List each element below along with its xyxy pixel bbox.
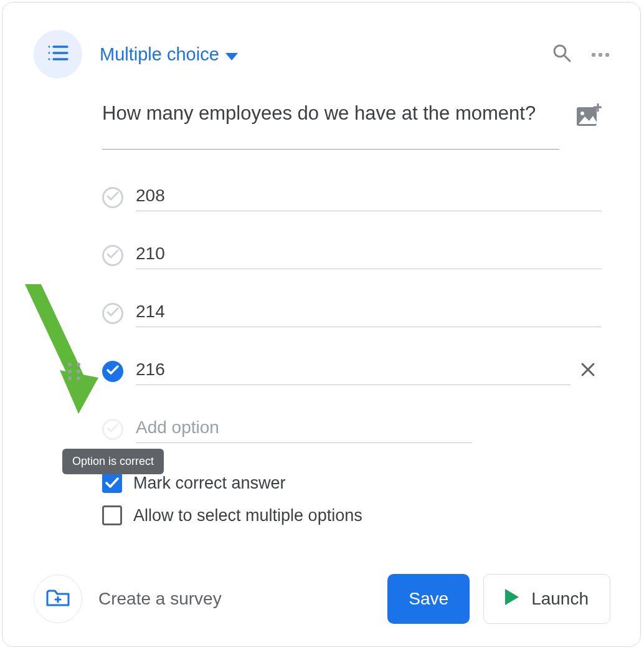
option-correct-toggle[interactable] [102, 361, 123, 382]
check-outline-icon [107, 249, 119, 262]
svg-point-10 [605, 53, 609, 57]
close-icon [580, 368, 595, 379]
header: Multiple choice [2, 2, 640, 79]
checkbox-allow-multiple[interactable] [102, 505, 122, 525]
chevron-down-icon [225, 44, 238, 65]
list-icon [47, 45, 69, 64]
save-button[interactable]: Save [387, 574, 470, 624]
question-row: How many employees do we have at the mom… [102, 101, 602, 150]
create-survey-button[interactable] [34, 575, 82, 623]
svg-point-8 [592, 53, 595, 57]
add-option-row[interactable]: Add option [102, 415, 602, 443]
svg-line-7 [564, 55, 570, 61]
question-type-dropdown[interactable]: Multiple choice [100, 44, 238, 65]
setting-label: Mark correct answer [133, 474, 286, 493]
drag-grid-icon [67, 372, 81, 383]
more-button[interactable] [587, 41, 614, 68]
svg-point-21 [68, 376, 72, 380]
options-list: 208 210 214 [102, 183, 602, 443]
drag-handle[interactable] [67, 362, 82, 377]
search-icon [552, 44, 571, 65]
svg-point-0 [49, 46, 50, 48]
option-row: 216 [102, 357, 602, 385]
svg-point-9 [599, 53, 602, 57]
svg-point-14 [580, 112, 584, 115]
question-type-badge [34, 30, 82, 79]
option-row: 210 [102, 241, 602, 269]
play-icon [505, 589, 519, 609]
setting-label: Allow to select multiple options [133, 506, 362, 525]
option-text-input[interactable]: 214 [136, 299, 602, 327]
option-row: 208 [102, 183, 602, 211]
launch-button[interactable]: Launch [483, 574, 610, 624]
launch-button-label: Launch [531, 589, 589, 609]
check-outline-icon [107, 307, 119, 320]
option-correct-toggle[interactable] [102, 187, 123, 208]
svg-point-19 [68, 370, 72, 373]
question-type-label: Multiple choice [100, 44, 219, 65]
option-row: 214 [102, 299, 602, 327]
search-button[interactable] [548, 41, 575, 68]
option-text-input[interactable]: 208 [136, 183, 602, 211]
footer: Create a survey Save Launch [2, 574, 640, 624]
svg-point-17 [68, 363, 72, 366]
tooltip-option-correct: Option is correct [62, 449, 164, 474]
more-horizontal-icon [591, 49, 610, 60]
svg-point-20 [77, 370, 80, 373]
svg-point-22 [77, 376, 80, 380]
editor-body: How many employees do we have at the mom… [2, 79, 640, 525]
option-correct-toggle [102, 419, 123, 440]
option-remove-button[interactable] [580, 362, 599, 381]
option-correct-toggle[interactable] [102, 245, 123, 266]
option-text-input[interactable]: 210 [136, 241, 602, 269]
setting-mark-correct[interactable]: Mark correct answer [102, 473, 602, 493]
add-option-input[interactable]: Add option [136, 415, 472, 443]
add-image-button[interactable] [577, 103, 602, 128]
svg-point-18 [77, 363, 80, 366]
svg-point-4 [49, 59, 50, 60]
check-outline-icon [107, 423, 119, 436]
annotation-arrow [25, 284, 100, 418]
check-icon [107, 365, 119, 378]
question-settings: Mark correct answer Allow to select mult… [102, 473, 602, 525]
check-icon [105, 474, 119, 493]
question-text-input[interactable]: How many employees do we have at the mom… [102, 101, 559, 150]
svg-point-2 [49, 52, 50, 54]
folder-add-icon [46, 588, 70, 609]
add-image-icon [577, 117, 602, 128]
question-editor-card: Multiple choice [2, 2, 641, 647]
save-button-label: Save [409, 589, 448, 609]
option-correct-toggle[interactable] [102, 303, 123, 324]
checkbox-mark-correct[interactable] [102, 473, 122, 493]
check-outline-icon [107, 191, 119, 204]
option-text-input[interactable]: 216 [136, 357, 571, 385]
create-survey-label: Create a survey [98, 589, 222, 609]
setting-allow-multiple[interactable]: Allow to select multiple options [102, 505, 602, 525]
